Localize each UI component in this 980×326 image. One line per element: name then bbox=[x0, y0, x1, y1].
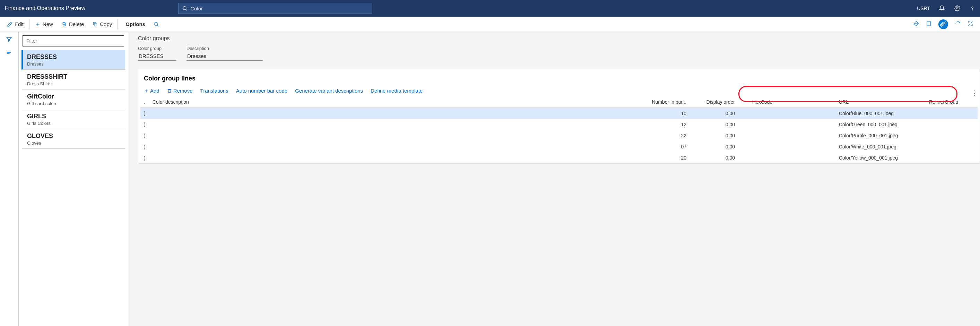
cell-order[interactable]: 0.00 bbox=[700, 152, 749, 163]
translations-button[interactable]: Translations bbox=[200, 88, 228, 94]
nav-item-dressshirt[interactable]: DRESSSHIRT Dress Shirts bbox=[21, 70, 125, 89]
table-row[interactable]: ) 10 0.00 Color/Blue_000_001.jpeg bbox=[140, 108, 978, 119]
col-marker: . bbox=[140, 96, 149, 108]
cell-url[interactable]: Color/Blue_000_001.jpeg bbox=[835, 108, 926, 119]
auto-number-button[interactable]: Auto number bar code bbox=[236, 88, 287, 94]
nav-item-gloves[interactable]: GLOVES Gloves bbox=[21, 129, 125, 149]
nav-item-code: DRESSES bbox=[27, 53, 121, 61]
bell-icon[interactable] bbox=[939, 5, 945, 12]
cell-number[interactable]: 12 bbox=[638, 119, 700, 130]
table-row[interactable]: ) 12 0.00 Color/Green_000_001.jpeg bbox=[140, 119, 978, 130]
filter-icon[interactable] bbox=[6, 36, 13, 43]
options-button[interactable]: Options bbox=[119, 17, 150, 32]
top-right-controls: USRT bbox=[917, 5, 976, 12]
gear-icon[interactable] bbox=[954, 5, 961, 12]
edit-button[interactable]: Edit bbox=[3, 17, 28, 32]
cell-order[interactable]: 0.00 bbox=[700, 130, 749, 141]
cell-refiner[interactable] bbox=[926, 119, 978, 130]
cell-hex[interactable] bbox=[749, 152, 835, 163]
svg-line-10 bbox=[158, 25, 158, 26]
page-title: Color groups bbox=[138, 35, 980, 41]
action-divider-2 bbox=[118, 19, 118, 29]
color-group-value[interactable]: DRESSES bbox=[138, 52, 176, 61]
cell-hex[interactable] bbox=[749, 130, 835, 141]
list-icon[interactable] bbox=[6, 49, 13, 56]
copy-label: Copy bbox=[100, 21, 112, 27]
col-number[interactable]: Number in bar... bbox=[638, 96, 700, 108]
new-button[interactable]: New bbox=[31, 17, 57, 32]
action-search-button[interactable] bbox=[150, 17, 163, 32]
cell-hex[interactable] bbox=[749, 141, 835, 152]
nav-item-code: GIRLS bbox=[27, 113, 121, 120]
cell-url[interactable]: Color/Yellow_000_001.jpeg bbox=[835, 152, 926, 163]
fields-row: Color group DRESSES Description Dresses bbox=[138, 46, 980, 61]
svg-line-14 bbox=[970, 22, 972, 23]
badge-count: 0 bbox=[944, 21, 947, 25]
cell-number[interactable]: 07 bbox=[638, 141, 700, 152]
color-group-field: Color group DRESSES bbox=[138, 46, 176, 61]
add-label: Add bbox=[150, 88, 159, 94]
cell-refiner[interactable] bbox=[926, 130, 978, 141]
user-label[interactable]: USRT bbox=[917, 6, 930, 11]
media-button[interactable]: Define media template bbox=[371, 88, 423, 94]
help-icon[interactable] bbox=[969, 5, 976, 12]
card-title: Color group lines bbox=[144, 75, 978, 82]
cell-refiner[interactable] bbox=[926, 141, 978, 152]
cell-order[interactable]: 0.00 bbox=[700, 108, 749, 119]
cell-desc[interactable] bbox=[149, 130, 638, 141]
nav-item-code: DRESSSHIRT bbox=[27, 73, 121, 81]
remove-button[interactable]: Remove bbox=[167, 88, 193, 94]
nav-item-dresses[interactable]: DRESSES Dresses bbox=[21, 50, 125, 70]
search-box[interactable]: Color bbox=[178, 3, 372, 14]
attachments-badge[interactable]: 0 bbox=[939, 19, 948, 29]
cell-hex[interactable] bbox=[749, 119, 835, 130]
col-hexcode[interactable]: HexCode bbox=[749, 96, 835, 108]
copy-button[interactable]: Copy bbox=[88, 17, 116, 32]
cell-number[interactable]: 10 bbox=[638, 108, 700, 119]
delete-label: Delete bbox=[69, 21, 84, 27]
filter-input[interactable] bbox=[22, 35, 124, 46]
color-group-label: Color group bbox=[138, 46, 176, 51]
content-area: Color groups Color group DRESSES Descrip… bbox=[128, 32, 980, 326]
cell-url[interactable]: Color/Green_000_001.jpeg bbox=[835, 119, 926, 130]
cell-url[interactable]: Color/White_000_001.jpeg bbox=[835, 141, 926, 152]
nav-item-giftcolor[interactable]: GiftColor Gift card colors bbox=[21, 89, 125, 109]
cell-refiner[interactable] bbox=[926, 152, 978, 163]
office-icon[interactable] bbox=[926, 21, 931, 28]
more-icon[interactable]: ⋮ bbox=[971, 89, 978, 97]
cell-desc[interactable] bbox=[149, 152, 638, 163]
add-button[interactable]: Add bbox=[144, 88, 159, 94]
col-url[interactable]: URL bbox=[835, 96, 926, 108]
cell-order[interactable]: 0.00 bbox=[700, 141, 749, 152]
table-row[interactable]: ) 22 0.00 Color/Purple_000_001.jpeg bbox=[140, 130, 978, 141]
col-refiner[interactable]: RefinerGroup bbox=[926, 96, 978, 108]
cell-number[interactable]: 22 bbox=[638, 130, 700, 141]
cell-desc[interactable] bbox=[149, 119, 638, 130]
nav-item-girls[interactable]: GIRLS Girls Colors bbox=[21, 109, 125, 129]
variant-button[interactable]: Generate variant descriptions bbox=[295, 88, 363, 94]
cell-url[interactable]: Color/Purple_000_001.jpeg bbox=[835, 130, 926, 141]
table-row[interactable]: ) 20 0.00 Color/Yellow_000_001.jpeg bbox=[140, 152, 978, 163]
color-group-lines-card: Color group lines Add Remove Translation… bbox=[138, 69, 980, 164]
sidebar-rail bbox=[0, 32, 19, 326]
description-value[interactable]: Dresses bbox=[186, 52, 263, 61]
nav-item-code: GiftColor bbox=[27, 93, 121, 100]
popout-icon[interactable] bbox=[967, 21, 973, 28]
row-marker: ) bbox=[140, 152, 149, 163]
delete-button[interactable]: Delete bbox=[57, 17, 88, 32]
svg-point-0 bbox=[183, 6, 186, 10]
refresh-icon[interactable] bbox=[955, 21, 961, 28]
cell-refiner[interactable] bbox=[926, 108, 978, 119]
cell-number[interactable]: 20 bbox=[638, 152, 700, 163]
cell-hex[interactable] bbox=[749, 108, 835, 119]
cell-order[interactable]: 0.00 bbox=[700, 119, 749, 130]
nav-item-desc: Dresses bbox=[27, 61, 121, 67]
table-row[interactable]: ) 07 0.00 Color/White_000_001.jpeg bbox=[140, 141, 978, 152]
diamond-icon[interactable] bbox=[913, 21, 919, 28]
cell-desc[interactable] bbox=[149, 141, 638, 152]
row-marker: ) bbox=[140, 130, 149, 141]
col-description[interactable]: Color description bbox=[149, 96, 638, 108]
col-order[interactable]: Display order bbox=[700, 96, 749, 108]
cell-desc[interactable] bbox=[149, 108, 638, 119]
app-title: Finance and Operations Preview bbox=[5, 5, 85, 11]
